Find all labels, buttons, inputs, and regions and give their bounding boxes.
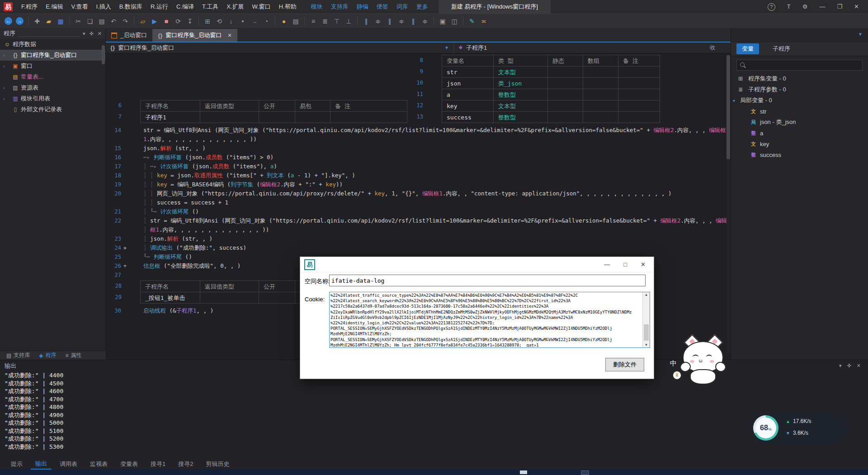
dialog-maximize-icon[interactable]: □	[623, 261, 627, 268]
table-cell[interactable]	[259, 292, 295, 304]
taskbar-icon[interactable]	[520, 470, 527, 474]
menu-X.扩展[interactable]: X.扩展	[222, 0, 248, 14]
align-top-icon[interactable]: ⊤	[331, 16, 342, 26]
dialog-titlebar[interactable]: 易 —□✕	[300, 257, 654, 272]
local-variable-a[interactable]: 整a	[731, 128, 868, 138]
table-cell[interactable]	[583, 66, 618, 78]
menu-T.工具[interactable]: T.工具	[198, 0, 222, 14]
bulb-icon[interactable]: ●	[278, 16, 289, 26]
close-panel-icon[interactable]: ✕	[857, 363, 861, 369]
column-header[interactable]: 公开	[259, 100, 295, 112]
local-variable-json - 类_json[interactable]: 局json - 类_json	[731, 117, 868, 128]
minimize-icon[interactable]: —	[819, 0, 825, 14]
table-cell[interactable]	[200, 112, 259, 123]
expand-arrow-icon[interactable]: ›	[3, 85, 5, 90]
bottom-tab-变量表[interactable]: 变量表	[116, 459, 142, 469]
menu-F.程序[interactable]: F.程序	[17, 0, 42, 14]
menu-便签[interactable]: 便签	[373, 0, 392, 14]
table-cell[interactable]	[618, 112, 660, 123]
size-h-icon[interactable]: ≑	[396, 16, 407, 26]
align-right-icon[interactable]: ≣	[320, 16, 330, 26]
local-variable-success[interactable]: 整success	[731, 149, 868, 160]
table-row[interactable]: 7子程序1	[141, 112, 407, 123]
table-cell[interactable]	[548, 112, 583, 123]
redo-icon[interactable]: ↷	[120, 16, 131, 26]
table-cell[interactable]: 整数型	[494, 112, 548, 123]
collapse-button[interactable]: 收	[710, 44, 715, 52]
code-line[interactable]: 14str = 编码_Utf8到Ansi (网页_访问_对象 ("https:/…	[106, 126, 731, 135]
close-icon[interactable]: ✕	[854, 0, 859, 14]
taskbar-icon[interactable]	[581, 470, 589, 475]
menu-更多[interactable]: 更多	[412, 0, 432, 14]
performance-gauge-overlay[interactable]: 68 % ▲ 17.6K/s ▼ 3.6K/s	[750, 412, 849, 444]
sidebar-item-窗口程序集_启动窗口[interactable]: ›{}窗口程序集_启动窗口	[0, 50, 105, 61]
menu-静编[interactable]: 静编	[353, 0, 373, 14]
cookie-scrollbar[interactable]: ▲ ▼	[642, 292, 650, 347]
cut-icon[interactable]: ✂	[73, 16, 84, 26]
dist-h-icon[interactable]: ∥	[361, 16, 372, 26]
column-header[interactable]: 公开	[259, 281, 295, 292]
column-header[interactable]: 备 注	[618, 55, 660, 66]
table-cell[interactable]: str	[442, 66, 494, 78]
menu-R.运行[interactable]: R.运行	[146, 0, 172, 14]
table-row[interactable]: 11a整数型	[442, 89, 660, 100]
table-cell[interactable]	[618, 100, 660, 112]
bottom-tab-调用表[interactable]: 调用表	[55, 459, 82, 469]
scroll-down-icon[interactable]: ▼	[643, 343, 650, 347]
forward-icon[interactable]: →	[16, 17, 24, 25]
panel-tab-变量[interactable]: 变量	[736, 43, 759, 54]
pin-icon[interactable]: ✜	[90, 31, 94, 37]
panel-tab-子程序[interactable]: 子程序	[767, 43, 796, 54]
align-left-icon[interactable]: ≡	[308, 16, 319, 26]
table-cell[interactable]: 整数型	[494, 89, 548, 100]
editor-scrollbar-thumb[interactable]	[726, 55, 730, 159]
table-cell[interactable]	[295, 112, 330, 123]
column-header[interactable]: 类 型	[494, 55, 548, 66]
size-w-icon[interactable]: ∥	[384, 16, 395, 26]
notes-icon[interactable]: ▤	[290, 16, 301, 26]
dropdown-icon[interactable]: ▾	[83, 31, 85, 37]
cookie-textarea[interactable]: %22%24latest_traffic_source_type%22%3A%2…	[329, 292, 650, 348]
refresh-icon[interactable]: ⟳	[173, 16, 184, 26]
local-variable-key[interactable]: 文key	[731, 138, 868, 149]
sidebar-scrollbar[interactable]	[102, 45, 105, 64]
pin-icon[interactable]: ✜	[847, 363, 851, 369]
table-header-row[interactable]: 8变量名类 型静态数组备 注	[442, 55, 660, 66]
scroll-up-icon[interactable]: ▲	[643, 293, 650, 297]
center-icon[interactable]: ◫	[449, 16, 460, 26]
code-line[interactable]: 21┊ ┖╍ 计次循环尾 ()	[106, 207, 731, 216]
table-cell[interactable]: json	[442, 78, 494, 89]
copy-icon[interactable]: ❏	[85, 16, 95, 26]
sidebar-item-资源表[interactable]: ›▨资源表	[0, 82, 105, 93]
close-panel-icon[interactable]: ✕	[98, 31, 102, 37]
table-cell[interactable]	[548, 89, 583, 100]
table-cell[interactable]: success	[442, 112, 494, 123]
project-icon[interactable]: ▱	[137, 16, 148, 26]
delete-files-button[interactable]: 删除文件	[605, 358, 644, 371]
table-cell[interactable]	[548, 100, 583, 112]
breadcrumb-class-selector[interactable]: {} 窗口程序集_启动窗口 ▼	[106, 43, 454, 53]
table-cell[interactable]: _按钮1_被单击	[141, 292, 200, 304]
save-icon[interactable]: ▦	[55, 16, 66, 26]
table-cell[interactable]: 子程序1	[141, 112, 200, 123]
table-cell[interactable]	[330, 112, 407, 123]
code-line[interactable]: 18┊ ┊ key = json.取通用属性 ("items[" + 到文本 (…	[106, 171, 731, 180]
code-line[interactable]: 17┊ ╍▸ 计次循环首 (json.成员数 ("items"), a)	[106, 162, 731, 171]
close-tab-icon[interactable]: ✕	[228, 33, 232, 38]
menu-I.插入[interactable]: I.插入	[92, 0, 115, 14]
table-cell[interactable]: a	[442, 89, 494, 100]
undo-icon[interactable]: ↶	[108, 16, 119, 26]
menu-模块[interactable]: 模块	[307, 0, 327, 14]
output-log[interactable]: "成功删除:" | 4400"成功删除:" | 4500"成功删除:" | 46…	[0, 371, 868, 451]
lock-icon[interactable]: ◔	[261, 16, 272, 26]
column-header[interactable]: 变量名	[442, 55, 494, 66]
scrollbar-thumb[interactable]	[644, 324, 649, 341]
table-cell[interactable]	[618, 66, 660, 78]
sidebar-item-常量表...[interactable]: ▤常量表...	[0, 71, 105, 82]
sidebar-item-程序数据[interactable]: ☺程序数据	[0, 39, 105, 50]
table-cell[interactable]	[618, 89, 660, 100]
code-line[interactable]: 1.内容, , , , , , , , , , , , , ))	[106, 135, 731, 144]
sidebar-tab-支持库[interactable]: ▤支持库	[6, 352, 30, 359]
sidebar-item-窗口[interactable]: ›▣窗口	[0, 61, 105, 71]
table-cell[interactable]	[583, 78, 618, 89]
